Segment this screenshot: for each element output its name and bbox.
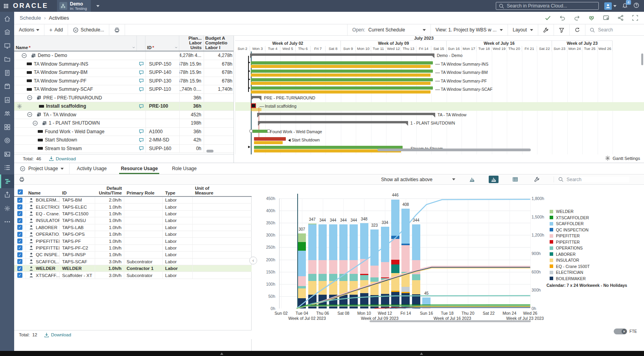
tab-resource-usage[interactable]: Resource Usage	[114, 163, 165, 174]
collapse-icon[interactable]	[21, 53, 27, 59]
comment-icon[interactable]	[138, 86, 144, 92]
row-checkbox[interactable]: ✓	[17, 245, 22, 250]
table-row[interactable]: TA Window Summary-PFSUPP-130678h 15.9n67…	[14, 77, 234, 86]
os-taskbar[interactable]	[0, 351, 644, 356]
chart-stacked-bar[interactable]	[391, 198, 399, 308]
fte-toggle[interactable]: ✕	[614, 328, 627, 334]
sidebar-item-documents[interactable]	[0, 66, 14, 80]
table-row[interactable]: TA Window Summary-INSSUPP-150678h 15.9n6…	[14, 60, 234, 69]
sidebar-item-tasks[interactable]	[0, 161, 14, 175]
chart-stacked-bar[interactable]	[370, 198, 379, 308]
table-row[interactable]: TA Window Summary-SCAFSUPP-1101,740h 0..…	[14, 85, 234, 94]
add-button[interactable]: +Add	[44, 24, 68, 35]
column-header-unit[interactable]: Unit of Measure	[193, 185, 252, 196]
table-row[interactable]: Stream to StreamSUPP-1600h	[14, 145, 234, 153]
table-row[interactable]: Found Work - Weld DamageA100036h	[14, 128, 234, 136]
global-search-input[interactable]	[507, 3, 596, 9]
row-checkbox[interactable]: ✓	[17, 218, 22, 223]
column-header-budget[interactable]: Budget A Completio Labor I	[204, 36, 234, 51]
table-row[interactable]: TA Window Summary-BMSUPP-140678h 15.9n67…	[14, 68, 234, 77]
gantt-milestone-bar[interactable]	[252, 130, 267, 133]
column-header-type[interactable]: Type	[163, 190, 193, 196]
confirm-check-icon[interactable]	[545, 15, 551, 21]
gear-icon[interactable]	[17, 103, 22, 109]
resource-row[interactable]: ✓LABORERTAPS-LAB1.0h/hLabor	[14, 224, 252, 231]
resource-row[interactable]: ✓INSULATORTAPS-INSU1.0h/hLabor	[14, 217, 252, 224]
comment-icon[interactable]	[138, 137, 144, 143]
comment-icon[interactable]	[138, 70, 144, 75]
activities-search[interactable]	[585, 24, 644, 35]
resource-row[interactable]: ✓OPERATIO...TAPS-OPS1.0h/hLabor	[14, 231, 252, 238]
sidebar-item-export[interactable]	[0, 188, 14, 202]
collapse-icon[interactable]	[27, 112, 33, 117]
row-checkbox[interactable]: ✓	[17, 266, 22, 271]
tab-role-usage[interactable]: Role Usage	[165, 163, 204, 174]
sidebar-item-more[interactable]	[0, 215, 14, 229]
sidebar-item-apps[interactable]	[0, 120, 14, 134]
table-row[interactable]: TA - TA Window452h	[14, 111, 234, 119]
tab-activity-usage[interactable]: Activity Usage	[70, 163, 114, 174]
usage-search[interactable]	[554, 176, 640, 182]
column-header-primary-role[interactable]: Primary Role	[124, 190, 163, 196]
actions-button[interactable]: Actions	[14, 24, 44, 35]
comment-icon[interactable]	[138, 78, 144, 84]
sidebar-item-resources[interactable]	[0, 107, 14, 121]
layout-button[interactable]: Layout	[508, 24, 538, 35]
gantt-hscrollbar[interactable]	[377, 149, 531, 151]
user-menu[interactable]	[604, 2, 612, 10]
gantt-summary-bar[interactable]	[258, 121, 408, 123]
gantt-summary-bar[interactable]	[257, 113, 435, 115]
column-header-default-units[interactable]: Default Units/Time	[95, 185, 124, 196]
activities-download-link[interactable]: Download	[48, 156, 76, 161]
sidebar-item-portfolio[interactable]	[0, 26, 14, 39]
row-checkbox[interactable]: ✓	[17, 239, 22, 244]
fullscreen-icon[interactable]	[632, 15, 638, 21]
resource-row[interactable]: ✓PIPEFITTERTAPS-PF-C21.0h/hLabor	[14, 245, 252, 251]
resource-row[interactable]: ✓XTSCAFF...Scaffolder - XT3.0h/hSubcontr…	[14, 272, 252, 279]
user-caret-icon[interactable]	[613, 5, 616, 7]
row-checkbox[interactable]: ✓	[17, 259, 22, 264]
resource-download-link[interactable]: Download	[44, 332, 71, 338]
usage-scope-select[interactable]: Project Usage	[14, 163, 70, 174]
collapse-icon[interactable]	[27, 95, 33, 101]
gantt-summary-bar[interactable]	[250, 53, 434, 56]
chart-stacked-bar[interactable]	[350, 198, 358, 308]
refresh-button[interactable]	[569, 24, 585, 35]
table-row[interactable]: 1 - PLANT SHUTDOWN198h	[14, 119, 234, 128]
print-icon[interactable]	[19, 176, 25, 182]
row-checkbox[interactable]: ✓	[17, 198, 22, 203]
sidebar-item-objectives[interactable]	[0, 134, 14, 148]
health-icon[interactable]	[588, 15, 595, 21]
activities-hscrollbar[interactable]	[206, 150, 213, 152]
redo-icon[interactable]	[574, 15, 580, 21]
print-button[interactable]	[109, 24, 125, 35]
chart-stacked-bar[interactable]	[401, 198, 410, 308]
column-header-plan-units[interactable]: Plan... Labor Units	[179, 36, 204, 51]
open-schedule-select[interactable]: Open: Current Schedule	[347, 24, 431, 35]
show-activities-select[interactable]: Show all activities above	[381, 177, 455, 182]
notifications-button[interactable]: 4	[622, 2, 628, 9]
column-header-id[interactable]: ID	[60, 190, 95, 196]
row-checkbox[interactable]: ✓	[17, 273, 22, 278]
resource-row[interactable]: ✓EQ - Crane...TAPS-C15001.0h/hLabor	[14, 211, 252, 217]
stacked-chart-view-button[interactable]	[489, 176, 499, 183]
resource-row[interactable]: ✓SCAFFOL...TAPS-SCAF3.0h/hSubcontratorLa…	[14, 259, 252, 265]
sidebar-item-inventory[interactable]	[0, 80, 14, 94]
collapse-icon[interactable]	[32, 120, 38, 126]
collapse-panel-button[interactable]: ‹	[249, 257, 257, 264]
row-checkbox[interactable]: ✓	[17, 225, 22, 230]
comment-icon[interactable]	[138, 128, 144, 134]
chart-stacked-bar[interactable]	[360, 198, 368, 308]
filter-button[interactable]	[554, 24, 569, 35]
resource-row[interactable]: ✓BOILERM...TAPS-BM2.0h/hLabor	[14, 197, 252, 204]
gantt-plan-bar[interactable]	[251, 86, 433, 90]
resource-row[interactable]: ✓WELDERWELDER1.0h/hContractor 1Labor	[14, 265, 252, 272]
row-checkbox[interactable]: ✓	[17, 204, 22, 209]
sidebar-item-gallery[interactable]	[0, 147, 14, 161]
sort-chevron-icon[interactable]	[174, 46, 178, 50]
column-header-name[interactable]: Name	[26, 190, 60, 196]
gantt-critical-bar[interactable]	[254, 137, 286, 141]
project-caret-icon[interactable]	[96, 5, 99, 7]
table-row[interactable]: Start Shutdown2-MM-SD42h	[14, 136, 234, 145]
chart-stacked-bar[interactable]	[381, 198, 389, 308]
